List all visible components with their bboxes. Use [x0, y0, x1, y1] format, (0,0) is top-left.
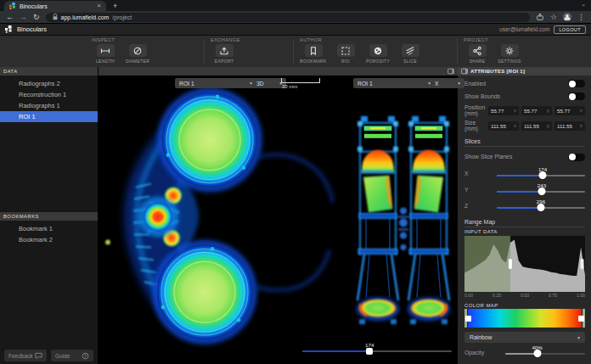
porosity-icon [373, 46, 383, 56]
toolbar-group-inspect: INSPECT LENGTH DIAMETER [92, 37, 151, 64]
slice-z-slider[interactable]: 296 [497, 199, 585, 213]
collapse-panel-icon[interactable] [447, 68, 454, 75]
slice-z-label: Z [464, 203, 497, 209]
slice-y-slider[interactable]: 243 [497, 183, 585, 197]
tool-roi: ROI [332, 44, 359, 64]
tool-label: SLICE [397, 59, 424, 64]
guide-label: Guide [55, 353, 70, 359]
diameter-button[interactable] [129, 44, 147, 57]
browser-menu-icon[interactable]: ⋮ [577, 13, 585, 21]
bookmark-button[interactable] [305, 44, 323, 57]
settings-button[interactable] [501, 44, 519, 57]
input-data-histogram[interactable] [464, 236, 585, 292]
position-y-field[interactable]: 55.77y [521, 106, 552, 115]
show-slice-planes-toggle[interactable] [568, 154, 585, 161]
url-bar[interactable]: app.lumafield.com/project [46, 13, 530, 22]
browser-tab[interactable]: Binoculars × [4, 1, 106, 11]
size-z-field[interactable]: 111.55z [554, 121, 585, 131]
selected-value: ROI 1 [357, 81, 373, 87]
color-map-select[interactable]: Rainbow ▾ [464, 332, 585, 343]
slider-knob[interactable] [366, 348, 373, 355]
tool-label: ROI [332, 59, 359, 64]
sidebar-item-bookmark-1[interactable]: Bookmark 1 [0, 223, 98, 234]
guide-button[interactable]: Guide [51, 350, 93, 361]
browser-tab-strip: Binoculars × + ⌄ [0, 0, 591, 11]
url-path: /project [112, 14, 132, 20]
toolbar-group-exchange: EXCHANGE EXPORT [211, 37, 240, 64]
install-app-icon[interactable] [536, 13, 544, 21]
roi-button[interactable] [337, 44, 355, 57]
favicon-icon [9, 3, 16, 9]
tab-close-icon[interactable]: × [97, 3, 101, 9]
slider-knob[interactable] [538, 204, 545, 211]
sidebar-item-radiographs-2[interactable]: Radiographs 2 [0, 78, 98, 89]
user-email: user@lumafield.com [499, 26, 549, 32]
ct-slice-view[interactable] [349, 76, 458, 364]
slice-x-value: 174 [538, 166, 547, 172]
position-z-field[interactable]: 55.77z [554, 106, 585, 115]
panel-icon[interactable] [461, 68, 468, 75]
feedback-button[interactable]: Feedback [4, 350, 47, 361]
slice-position-slider[interactable]: 174 [302, 343, 452, 356]
group-label: PROJECT [464, 37, 523, 42]
tool-label: SETTINGS [496, 59, 523, 64]
color-map-handle-right[interactable] [578, 316, 584, 322]
slices-section-header: Slices [464, 138, 585, 147]
tool-label: LENGTH [92, 59, 119, 64]
toolbar: INSPECT LENGTH DIAMETER EXCHANGE [0, 36, 591, 67]
sidebar-item-bookmark-2[interactable]: Bookmark 2 [0, 234, 98, 245]
position-x-field[interactable]: 55.77x [488, 106, 519, 115]
sidebar-item-reconstruction-1[interactable]: Reconstruction 1 [0, 89, 98, 100]
gear-icon [504, 46, 515, 56]
rainbow-gradient [468, 309, 582, 328]
slice-y-label: Y [464, 187, 497, 193]
range-handle-right[interactable] [581, 259, 584, 269]
size-x-field[interactable]: 111.55x [488, 121, 519, 131]
opacity-slider[interactable]: 40% [505, 345, 585, 359]
guide-icon [82, 352, 89, 360]
right-view-axis-select[interactable]: X ▾ [431, 78, 464, 88]
enabled-toggle[interactable] [568, 80, 585, 87]
reload-icon[interactable]: ↻ [33, 13, 40, 21]
tool-label: POROSITY [364, 59, 391, 64]
length-button[interactable] [97, 44, 115, 57]
enabled-label: Enabled [464, 81, 486, 87]
tab-search-icon[interactable]: ⌄ [581, 1, 586, 8]
group-label: EXCHANGE [211, 37, 240, 42]
profile-avatar[interactable] [563, 13, 571, 21]
bookmark-star-icon[interactable]: ☆ [550, 13, 557, 21]
selected-value: ROI 1 [179, 81, 194, 87]
sidebar-item-roi-1[interactable]: ROI 1 [0, 111, 98, 122]
logout-button[interactable]: LOGOUT [554, 25, 586, 34]
slice-y-value: 243 [538, 182, 546, 188]
show-bounds-label: Show Bounds [464, 93, 500, 99]
length-icon [100, 46, 110, 56]
right-view-dataset-select[interactable]: ROI 1 ▾ [353, 78, 435, 88]
new-tab-button[interactable]: + [113, 2, 117, 10]
lock-icon [53, 14, 58, 20]
viewport-header-strip [98, 67, 458, 76]
slice-button[interactable] [402, 44, 419, 57]
show-bounds-toggle[interactable] [568, 92, 585, 100]
size-y-field[interactable]: 111.55y [521, 121, 552, 131]
forward-icon[interactable]: → [20, 13, 27, 21]
tool-label: BOOKMARK [300, 59, 327, 64]
slider-knob[interactable] [538, 188, 546, 195]
sidebar-footer: Feedback Guide [4, 350, 93, 361]
slice-x-slider[interactable]: 174 [497, 167, 585, 181]
ct-3d-render[interactable] [98, 76, 349, 364]
range-handle-left[interactable] [509, 259, 512, 269]
slider-knob[interactable] [533, 350, 541, 357]
slider-value: 174 [365, 342, 374, 348]
back-icon[interactable]: ← [6, 13, 14, 21]
selected-value: X [435, 81, 439, 87]
left-view-dataset-select[interactable]: ROI 1 ▾ [175, 78, 256, 88]
share-button[interactable] [469, 44, 487, 57]
lumafield-logo [5, 25, 13, 33]
color-map-handle-left[interactable] [465, 316, 471, 322]
porosity-button[interactable] [369, 44, 387, 57]
sidebar-item-radiographs-1[interactable]: Radiographs 1 [0, 100, 98, 111]
export-button[interactable] [216, 44, 234, 57]
slider-knob[interactable] [539, 171, 547, 179]
tool-settings: SETTINGS [496, 44, 523, 64]
